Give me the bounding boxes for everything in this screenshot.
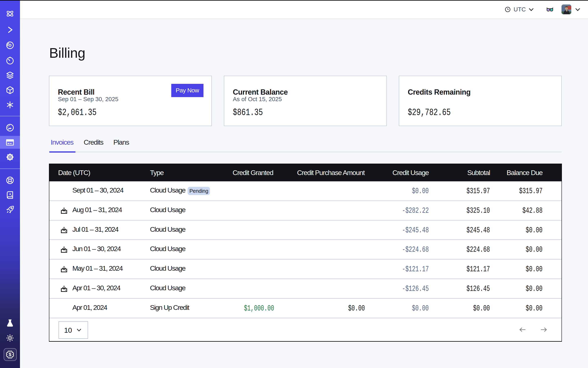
svg-text:$: $ <box>9 352 11 357</box>
